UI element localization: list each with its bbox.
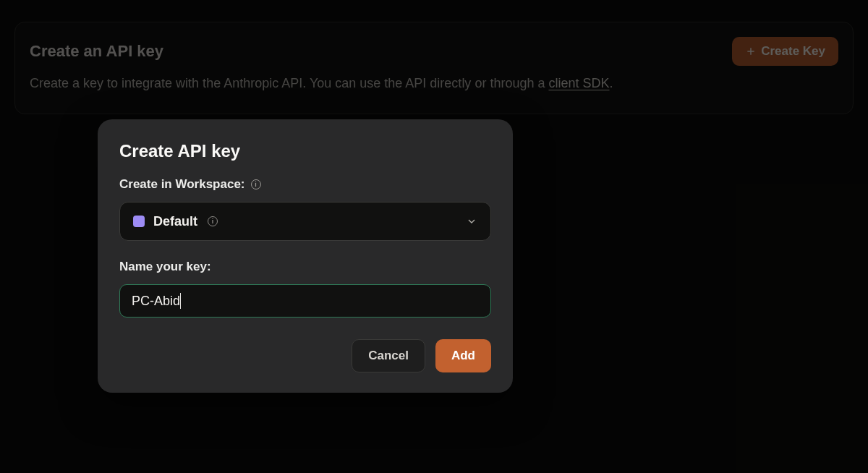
add-button[interactable]: Add	[435, 339, 491, 372]
cancel-button[interactable]: Cancel	[352, 339, 425, 372]
info-icon: i	[208, 216, 218, 226]
create-api-key-modal: Create API key Create in Workspace: i De…	[98, 119, 513, 393]
workspace-label-row: Create in Workspace: i	[119, 177, 491, 192]
workspace-select[interactable]: Default i	[119, 202, 491, 241]
chevron-down-icon	[466, 216, 477, 227]
key-name-input[interactable]	[119, 284, 491, 318]
workspace-selected-name: Default	[153, 214, 197, 229]
workspace-label: Create in Workspace:	[119, 177, 245, 192]
modal-actions: Cancel Add	[119, 339, 491, 372]
key-name-input-wrap: PC-Abid	[119, 284, 491, 318]
key-name-label: Name your key:	[119, 260, 211, 274]
modal-title: Create API key	[119, 141, 491, 161]
key-name-label-row: Name your key:	[119, 260, 491, 274]
info-icon[interactable]: i	[251, 179, 261, 189]
workspace-selected-wrap: Default i	[133, 214, 218, 229]
workspace-swatch-icon	[133, 216, 145, 227]
